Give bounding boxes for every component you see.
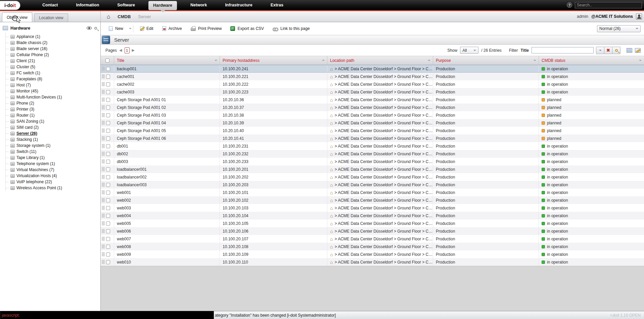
- show-select[interactable]: All: [460, 47, 478, 54]
- drag-handle-icon[interactable]: [102, 244, 105, 249]
- nav-item[interactable]: Software: [112, 0, 140, 10]
- table-row[interactable]: Ceph Storage Pod A001 05 10.20.10.40 ⌂ >…: [101, 127, 644, 134]
- table-row[interactable]: Ceph Storage Pod A001 01 10.20.10.36 ⌂ >…: [101, 96, 644, 104]
- drag-handle-icon[interactable]: [102, 144, 105, 148]
- row-checkbox[interactable]: [106, 175, 110, 179]
- row-checkbox[interactable]: [106, 82, 110, 86]
- nav-item[interactable]: Network: [186, 0, 212, 10]
- help-icon[interactable]: ?: [567, 2, 572, 8]
- cell-title[interactable]: web007: [114, 235, 220, 243]
- sidebar-item[interactable]: Tape Library (1): [6, 155, 100, 161]
- cell-title[interactable]: db003: [114, 158, 220, 165]
- row-checkbox[interactable]: [106, 191, 110, 195]
- sort-icon[interactable]: [215, 60, 217, 61]
- drag-handle-icon[interactable]: [102, 213, 105, 218]
- row-checkbox[interactable]: [106, 245, 110, 249]
- table-row[interactable]: web001 10.100.20.101 ⌂ > ACME Data Cente…: [101, 189, 644, 196]
- table-row[interactable]: web004 10.100.20.104 ⌂ > ACME Data Cente…: [101, 212, 644, 220]
- row-checkbox[interactable]: [106, 98, 110, 102]
- sidebar-item[interactable]: SIM card (2): [6, 124, 100, 130]
- row-checkbox[interactable]: [106, 160, 110, 164]
- sort-icon[interactable]: [534, 60, 536, 61]
- nav-item[interactable]: Extras: [266, 0, 288, 10]
- search-input[interactable]: [575, 2, 642, 8]
- sidebar-item[interactable]: Phone (2): [6, 100, 100, 106]
- table-row[interactable]: web008 10.100.20.108 ⌂ > ACME Data Cente…: [101, 243, 644, 250]
- cell-title[interactable]: Ceph Storage Pod A001 01: [114, 96, 220, 104]
- cell-title[interactable]: web010: [114, 258, 220, 266]
- table-row[interactable]: db001 10.100.20.231 ⌂ > ACME Data Center…: [101, 142, 644, 150]
- row-checkbox[interactable]: [106, 260, 110, 264]
- column-header-hostaddress[interactable]: Primary hostaddress: [220, 56, 327, 65]
- cell-title[interactable]: loadbalancer003: [114, 181, 220, 189]
- table-row[interactable]: cache003 10.100.20.223 ⌂ > ACME Data Cen…: [101, 88, 644, 96]
- sidebar-item[interactable]: FC switch (1): [6, 70, 100, 76]
- table-row[interactable]: web005 10.100.20.105 ⌂ > ACME Data Cente…: [101, 220, 644, 227]
- cell-title[interactable]: loadbalancer002: [114, 173, 220, 181]
- row-checkbox[interactable]: [106, 206, 110, 210]
- drag-handle-icon[interactable]: [102, 252, 105, 256]
- current-page[interactable]: 1: [125, 47, 130, 53]
- column-header-purpose[interactable]: Purpose: [433, 56, 539, 65]
- breadcrumb-cmdb[interactable]: CMDB: [118, 14, 131, 19]
- cell-title[interactable]: web001: [114, 189, 220, 196]
- sidebar-item[interactable]: Router (1): [6, 112, 100, 118]
- table-row[interactable]: cache001 10.100.20.221 ⌂ > ACME Data Cen…: [101, 73, 644, 80]
- row-checkbox[interactable]: [106, 183, 110, 187]
- table-row[interactable]: db002 10.100.20.232 ⌂ > ACME Data Center…: [101, 150, 644, 158]
- cell-title[interactable]: web002: [114, 196, 220, 204]
- toolbar-button[interactable]: Archive: [159, 25, 185, 32]
- cell-title[interactable]: cache001: [114, 73, 220, 80]
- sidebar-item[interactable]: Telephone system (1): [6, 161, 100, 167]
- table-row[interactable]: web002 10.100.20.102 ⌂ > ACME Data Cente…: [101, 196, 644, 204]
- drag-handle-icon[interactable]: [102, 113, 105, 117]
- toolbar-button[interactable]: Export as CSV: [227, 25, 267, 32]
- sidebar-item[interactable]: Cluster (5): [6, 64, 100, 70]
- drag-handle-icon[interactable]: [102, 237, 105, 241]
- drag-handle-icon[interactable]: [102, 167, 105, 171]
- cell-title[interactable]: Ceph Storage Pod A001 05: [114, 127, 220, 134]
- row-checkbox[interactable]: [106, 75, 110, 79]
- row-checkbox[interactable]: [106, 113, 110, 117]
- table-row[interactable]: Ceph Storage Pod A001 04 10.20.10.39 ⌂ >…: [101, 119, 644, 127]
- cell-title[interactable]: backup001: [114, 65, 220, 72]
- sidebar-item[interactable]: Wireless Access Point (1): [6, 185, 100, 191]
- cell-title[interactable]: web005: [114, 220, 220, 227]
- i-doit-logo[interactable]: i-doit: [0, 1, 20, 10]
- drag-handle-icon[interactable]: [102, 159, 105, 164]
- sidebar-item[interactable]: Blade server (16): [6, 46, 100, 52]
- table-row[interactable]: db003 10.100.20.233 ⌂ > ACME Data Center…: [101, 158, 644, 165]
- drag-handle-icon[interactable]: [102, 221, 105, 226]
- eye-icon[interactable]: [87, 27, 92, 30]
- row-checkbox[interactable]: [106, 237, 110, 241]
- cell-title[interactable]: web004: [114, 212, 220, 220]
- table-row[interactable]: cache002 10.100.20.222 ⌂ > ACME Data Cen…: [101, 80, 644, 88]
- drag-handle-icon[interactable]: [102, 206, 105, 210]
- cell-title[interactable]: web009: [114, 250, 220, 258]
- sidebar-item[interactable]: Appliance (1): [6, 34, 100, 40]
- toolbar-button[interactable]: Link to this page: [269, 25, 313, 32]
- cell-title[interactable]: cache002: [114, 80, 220, 88]
- sidebar-item[interactable]: Monitor (45): [6, 88, 100, 94]
- drag-handle-icon[interactable]: [102, 121, 105, 125]
- column-header-title[interactable]: Title: [114, 56, 220, 65]
- table-row[interactable]: Ceph Storage Pod A001 06 10.20.10.41 ⌂ >…: [101, 134, 644, 142]
- table-row[interactable]: web009 10.100.20.109 ⌂ > ACME Data Cente…: [101, 250, 644, 258]
- drag-handle-icon[interactable]: [102, 175, 105, 179]
- drag-handle-icon[interactable]: [102, 136, 105, 141]
- column-header-location[interactable]: Location path: [327, 56, 433, 65]
- sidebar-item[interactable]: Storage system (1): [6, 143, 100, 149]
- sidebar-item[interactable]: Cellular Phone (2): [6, 52, 100, 58]
- row-checkbox[interactable]: [106, 67, 110, 71]
- sidebar-item[interactable]: SAN Zoning (1): [6, 118, 100, 124]
- cell-title[interactable]: web003: [114, 204, 220, 212]
- cell-title[interactable]: db001: [114, 142, 220, 150]
- drag-handle-icon[interactable]: [102, 97, 105, 102]
- table-row[interactable]: web010 10.100.20.110 ⌂ > ACME Data Cente…: [101, 258, 644, 266]
- sidebar-item[interactable]: Stacking (1): [6, 136, 100, 143]
- sidebar-item[interactable]: Faceplates (8): [6, 76, 100, 82]
- row-checkbox[interactable]: [106, 252, 110, 256]
- cell-title[interactable]: Ceph Storage Pod A001 04: [114, 119, 220, 127]
- table-row[interactable]: web006 10.100.20.106 ⌂ > ACME Data Cente…: [101, 227, 644, 235]
- select-all-checkbox[interactable]: [105, 58, 109, 63]
